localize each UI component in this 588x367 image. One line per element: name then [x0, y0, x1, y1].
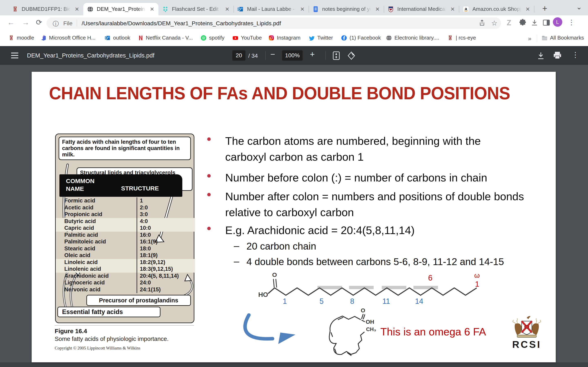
close-icon[interactable]: ✕: [449, 6, 456, 13]
close-icon[interactable]: ✕: [149, 6, 156, 13]
address-path[interactable]: /Users/lauralabbe/Downloads/DEM_Year1_Pr…: [82, 20, 281, 27]
print-icon[interactable]: [553, 51, 562, 60]
tab-title: International Medical: [397, 6, 447, 12]
bookmark-youtube[interactable]: YouTube: [232, 35, 262, 41]
zoom-out-icon[interactable]: −: [270, 50, 275, 59]
new-tab-button[interactable]: +: [542, 4, 547, 13]
tab-title: DEM_Year1_Proteins: [97, 6, 147, 12]
sidebar-panel-icon[interactable]: [542, 18, 550, 27]
netflix-icon: [137, 35, 143, 41]
table-row: Formic acid1: [56, 197, 195, 204]
bookmark-label: outlook: [113, 35, 130, 41]
close-icon[interactable]: ✕: [73, 6, 80, 13]
close-icon[interactable]: ✕: [299, 6, 306, 13]
fatty-acid-figure: Fatty acids with chain lengths of four t…: [55, 133, 194, 323]
bookmark-spotify[interactable]: spotify: [200, 35, 224, 41]
rotate-page-icon[interactable]: [347, 51, 356, 60]
pdf-filename: DEM_Year1_Proteins_Carbohydrates_Lipids.…: [27, 52, 154, 59]
fatty-acid-structure: 16:1(9): [140, 238, 158, 245]
bookmarks-divider: [537, 35, 537, 42]
fatty-acid-name: Acetic acid: [64, 204, 94, 211]
university-shield-icon: [388, 6, 394, 12]
molecule-o-label: O: [361, 308, 365, 314]
bookmark-netflix[interactable]: Netflix Canada - V...: [137, 35, 193, 41]
tab-international-medical[interactable]: International Medical ✕: [384, 3, 459, 15]
share-icon[interactable]: [479, 20, 485, 26]
fatty-acid-structure: 18:0: [140, 245, 151, 252]
zotero-extension-icon[interactable]: Z: [507, 18, 511, 27]
bookmarks-overflow-icon[interactable]: »: [528, 35, 531, 42]
page-number-input[interactable]: 20: [232, 50, 245, 60]
molecule-oh-label: OH: [366, 319, 374, 325]
omega-6-number: 6: [428, 274, 432, 282]
ho-label: HO: [258, 291, 268, 298]
fatty-acid-name: Palmitoleic acid: [64, 238, 106, 245]
all-bookmarks-button[interactable]: All Bookmarks: [541, 35, 584, 41]
omega-1-number: 1: [475, 280, 479, 288]
caption-divider: [55, 325, 194, 325]
fatty-acid-structure: 18:1(9): [140, 252, 158, 259]
forward-icon[interactable]: →: [22, 18, 29, 27]
bookmark-office[interactable]: Microsoft Office H...: [40, 35, 95, 41]
globe-icon: [386, 35, 392, 41]
table-row: Oleic acid18:1(9): [56, 252, 195, 259]
pdf-download-icon[interactable]: [536, 51, 545, 60]
facebook-icon: [341, 35, 347, 41]
bookmark-instagram[interactable]: Instagram: [268, 35, 301, 41]
tab-mail[interactable]: Mail - Laura Labbe - ✕: [233, 3, 309, 15]
zoom-level-input[interactable]: 100%: [282, 50, 303, 60]
fatty-acid-table: Formic acid1 Acetic acid2:0 Propionic ac…: [56, 197, 195, 293]
omnibox[interactable]: ⓘ File /Users/lauralabbe/Downloads/DEM_Y…: [47, 17, 501, 29]
bookmark-outlook[interactable]: outlook: [104, 35, 130, 41]
microsoft-office-icon: [40, 35, 47, 41]
figure-copyright: Copyright © 2005 Lippincott Williams & W…: [55, 346, 140, 351]
bookmark-label: Electronic library....: [394, 35, 439, 41]
tab-amazon[interactable]: a Amazon.co.uk Shopp ✕: [459, 3, 534, 15]
tab-dem-pdf-active[interactable]: DEM_Year1_Proteins ✕: [83, 3, 158, 15]
tab-separator: [534, 6, 534, 13]
bookmark-moodle[interactable]: moodle: [8, 35, 34, 41]
fatty-acid-name: Butyric acid: [64, 218, 96, 225]
extensions-puzzle-icon[interactable]: [519, 18, 527, 27]
close-icon[interactable]: ✕: [224, 6, 231, 13]
browser-menu-icon[interactable]: ⋮: [568, 18, 575, 26]
profile-avatar[interactable]: L: [553, 17, 562, 27]
fatty-acid-structure: 24:1(15): [140, 286, 161, 293]
close-icon[interactable]: ✕: [374, 6, 381, 13]
tab-search-chevron-icon[interactable]: ⌄: [576, 3, 582, 11]
close-icon[interactable]: ✕: [524, 6, 531, 13]
blue-curved-arrow: [242, 313, 311, 352]
table-row: Acetic acid2:0: [56, 204, 195, 211]
info-icon[interactable]: ⓘ: [53, 20, 59, 28]
reload-icon[interactable]: ⟳: [36, 18, 42, 27]
carbon-number-1: 1: [283, 297, 287, 305]
fatty-acid-name: Lignoceric acid: [64, 279, 105, 286]
table-row: Stearic acid18:0: [56, 245, 195, 252]
youtube-icon: [232, 35, 238, 41]
bookmark-label: YouTube: [241, 35, 262, 41]
tab-dubmed[interactable]: DUBMED1FFP1: Bioch ✕: [8, 3, 83, 15]
zoom-in-icon[interactable]: +: [310, 50, 315, 59]
tab-flashcards[interactable]: Flashcard Set - Edit | ✕: [158, 3, 233, 15]
downloads-icon[interactable]: [530, 18, 539, 27]
fatty-acid-structure: 1: [140, 197, 143, 204]
bookmark-rcs-eye[interactable]: | rcs-eye: [447, 35, 476, 41]
figure-caption-title: Figure 16.4: [55, 328, 87, 334]
essential-box: Essential fatty acids: [57, 307, 160, 317]
fit-page-icon[interactable]: [332, 51, 341, 60]
globe-icon: [87, 6, 94, 12]
back-icon[interactable]: ←: [7, 18, 15, 27]
bullet-icon: [207, 193, 211, 196]
fatty-acid-structure: 3:0: [140, 211, 148, 218]
bookmark-twitter[interactable]: Twitter: [309, 35, 333, 41]
pdf-more-icon[interactable]: ⋮: [572, 50, 579, 59]
bookmark-electronic-library[interactable]: Electronic library....: [386, 35, 439, 41]
bookmark-star-icon[interactable]: ☆: [491, 19, 497, 27]
pdf-menu-icon[interactable]: [11, 52, 19, 59]
tab-notes-doc[interactable]: notes beginning of ye ✕: [309, 3, 384, 15]
sub-bullet-dash: –: [234, 256, 239, 267]
bookmark-facebook[interactable]: (1) Facebook: [341, 35, 381, 41]
bookmark-label: spotify: [209, 35, 224, 41]
fatty-acid-name: Arachidonic acid: [64, 273, 109, 280]
tab-separator: [459, 6, 459, 13]
